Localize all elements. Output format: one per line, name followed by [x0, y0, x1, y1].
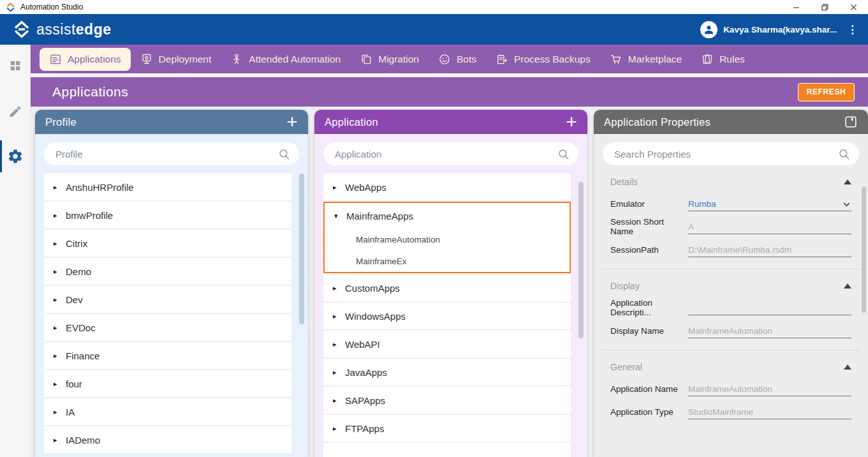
bots-icon: [438, 53, 451, 66]
application-item[interactable]: ▸SAPApps: [323, 387, 571, 414]
tab-deployment[interactable]: Deployment: [131, 48, 221, 71]
user-name: Kavya Sharma(kavya.shar...: [723, 25, 837, 34]
profile-item[interactable]: ▸four: [44, 370, 291, 397]
application-item[interactable]: ▸CustomApps: [323, 274, 571, 301]
application-item-expanded[interactable]: ▾MainframeApps: [325, 203, 570, 228]
save-button[interactable]: [844, 115, 858, 129]
application-item-label: FTPApps: [345, 423, 384, 434]
chevron-right-icon: ▸: [54, 183, 66, 191]
profile-search-input[interactable]: [55, 149, 278, 160]
section-details: Details: [610, 177, 851, 187]
content-area: Profile + ▸AnshuHRProfile ▸bmwProfile ▸C…: [31, 107, 868, 457]
application-item[interactable]: ▸WebApps: [323, 174, 571, 200]
collapse-section-icon[interactable]: [844, 283, 851, 288]
profile-panel-title: Profile: [45, 116, 77, 128]
properties-panel-body: Details Emulator Rumba Session Short Nam…: [594, 134, 868, 457]
chevron-right-icon: ▸: [54, 408, 66, 416]
minimize-button[interactable]: [782, 0, 811, 14]
tab-bots[interactable]: Bots: [429, 48, 486, 71]
profile-panel-header: Profile +: [35, 110, 308, 134]
application-search-input[interactable]: [335, 149, 557, 160]
application-item[interactable]: ▸WindowsApps: [323, 303, 571, 329]
section-general: General: [610, 362, 851, 372]
kebab-menu-icon[interactable]: ⋮: [847, 24, 858, 35]
page-header: Applications REFRESH: [31, 77, 868, 107]
marketplace-cart-icon: [610, 53, 622, 66]
chevron-right-icon: ▸: [54, 267, 66, 276]
profile-item[interactable]: ▸Dev: [44, 286, 291, 313]
assistedge-diamond-icon: [11, 19, 32, 40]
collapse-section-icon[interactable]: [844, 179, 851, 184]
restore-button[interactable]: [811, 0, 839, 14]
application-item[interactable]: ▸WebAPI: [323, 331, 571, 357]
tab-rules[interactable]: Rules: [691, 48, 754, 71]
application-item-label: SAPApps: [345, 395, 385, 406]
application-group-selected: ▾MainframeApps MainframeAutomation Mainf…: [323, 202, 571, 273]
application-item[interactable]: ▸FTPApps: [323, 415, 571, 442]
field-label: SessionPath: [610, 245, 688, 255]
application-item-label: WebAPI: [345, 339, 380, 350]
session-short-name-input[interactable]: A: [688, 219, 851, 234]
add-application-button[interactable]: +: [566, 113, 577, 131]
chevron-down-icon: [842, 200, 851, 209]
application-child-label: MainframeAutomation: [356, 235, 440, 244]
search-icon: [278, 148, 290, 160]
section-title: Display: [610, 281, 640, 291]
application-description-input[interactable]: [688, 300, 851, 315]
tab-applications[interactable]: Applications: [40, 48, 131, 71]
user-menu[interactable]: Kavya Sharma(kavya.shar... ⋮: [700, 21, 862, 38]
application-type-input[interactable]: StudioMainframe: [688, 404, 851, 419]
field-application-name: Application Name MainframeAutomation: [610, 377, 851, 400]
refresh-button[interactable]: REFRESH: [798, 83, 855, 101]
profile-item[interactable]: ▸bmwProfile: [44, 202, 291, 228]
profile-item[interactable]: ▸Finance: [44, 342, 291, 369]
search-icon: [838, 148, 850, 160]
os-titlebar: Automation Studio: [0, 0, 868, 14]
application-item-partial[interactable]: [323, 443, 571, 457]
properties-search-input[interactable]: [614, 149, 838, 160]
close-button[interactable]: [839, 0, 868, 14]
application-child-item[interactable]: MainframeAutomation: [325, 228, 570, 250]
migration-icon: [360, 53, 372, 66]
window-title: Automation Studio: [20, 3, 83, 11]
sidebar-item-settings[interactable]: [0, 139, 30, 174]
tab-attended-automation[interactable]: Attended Automation: [221, 48, 350, 71]
profile-item[interactable]: ▸IADemo: [44, 426, 291, 453]
chevron-right-icon: ▸: [333, 312, 345, 320]
field-value: MainframeAutomation: [688, 384, 851, 394]
field-label: Session Short Name: [610, 217, 688, 236]
profile-scrollbar[interactable]: [299, 174, 304, 324]
application-item[interactable]: ▸JavaApps: [323, 359, 571, 386]
sidebar-item-apps[interactable]: [0, 50, 30, 82]
application-scrollbar[interactable]: [578, 182, 584, 338]
application-name-input[interactable]: MainframeAutomation: [688, 381, 851, 396]
tab-migration[interactable]: Migration: [350, 48, 429, 71]
profile-item-label: bmwProfile: [66, 210, 113, 221]
profile-item[interactable]: ▸Citrix: [44, 230, 291, 257]
collapse-section-icon[interactable]: [844, 364, 851, 370]
pencil-icon: [8, 105, 22, 119]
tab-label: Rules: [719, 54, 745, 65]
tab-process-backups[interactable]: Process Backups: [486, 48, 600, 71]
profile-item[interactable]: ▸IA: [44, 398, 291, 425]
sidebar-item-edit[interactable]: [0, 96, 30, 128]
field-value: Rumba: [688, 199, 842, 209]
properties-panel-header: Application Properties: [594, 110, 868, 134]
properties-scrollbar[interactable]: [862, 186, 866, 313]
chevron-right-icon: ▸: [54, 211, 66, 220]
display-name-input[interactable]: MainframeAutomation: [688, 323, 851, 338]
field-label: Display Name: [610, 326, 688, 336]
application-panel-header: Application +: [314, 110, 587, 134]
properties-panel: Application Properties Details: [594, 110, 868, 457]
field-value: D:\Mainframe\Rumba.rsdm: [688, 245, 851, 255]
profile-item[interactable]: ▸AnshuHRProfile: [44, 174, 291, 200]
emulator-dropdown[interactable]: Rumba: [688, 196, 851, 211]
application-child-item[interactable]: MainframeEx: [325, 250, 570, 272]
profile-item[interactable]: ▸Demo: [44, 258, 291, 285]
properties-panel-title: Application Properties: [604, 116, 710, 128]
section-divider: [601, 350, 860, 350]
add-profile-button[interactable]: +: [286, 113, 298, 131]
profile-item[interactable]: ▸EVDoc: [44, 314, 291, 341]
tab-marketplace[interactable]: Marketplace: [600, 48, 691, 71]
session-path-input[interactable]: D:\Mainframe\Rumba.rsdm: [688, 242, 851, 257]
